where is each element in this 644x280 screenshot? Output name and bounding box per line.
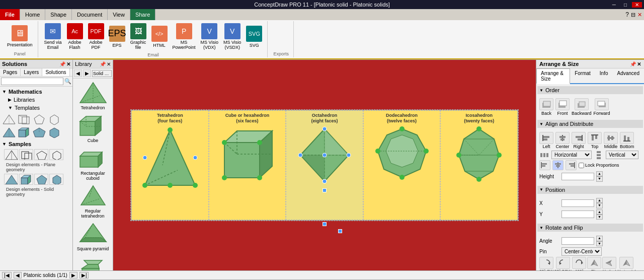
thumb-sample4[interactable]	[49, 149, 63, 160]
octahedron-bottom-handle[interactable]	[323, 188, 327, 192]
y-input[interactable]: 81.7 mm	[561, 211, 594, 218]
thumb-sample1[interactable]	[4, 149, 18, 160]
tab-home[interactable]: Home	[20, 9, 45, 20]
align-left-icon-btn[interactable]	[539, 132, 553, 144]
align-middle-icon-btn[interactable]	[604, 132, 618, 144]
page-prev-btn[interactable]: ◀	[14, 272, 22, 278]
arrange-close-icon[interactable]: ✕	[637, 61, 641, 67]
thumb-plane-hex[interactable]	[47, 114, 61, 125]
align-btn-center[interactable]: Center	[555, 132, 570, 149]
thumb-sample2[interactable]	[19, 149, 33, 160]
ribbon-btn-flash[interactable]: Ac AdobeFlash	[65, 22, 85, 51]
lock-proportions-checkbox[interactable]	[579, 163, 584, 168]
flip-vertical-icon-btn[interactable]	[602, 257, 616, 269]
angle-up-arrow[interactable]: ▲	[596, 236, 603, 241]
library-pin-icon[interactable]: 📌	[100, 61, 106, 67]
arrange-tab-advanced[interactable]: Advanced	[613, 68, 644, 83]
align-sub-center-btn[interactable]	[552, 160, 564, 170]
cell-icosahedron[interactable]: Icosahedron(twenty faces)	[440, 110, 518, 220]
y-spinner[interactable]: ▲ ▼	[596, 209, 603, 220]
tree-section-samples-header[interactable]: ▼ Samples	[2, 140, 70, 148]
selection-bottom-handle[interactable]	[323, 222, 327, 226]
lib-item-sq-frustum[interactable]: Square frustum	[75, 254, 111, 270]
section-rotate-header[interactable]: ▼ Rotate and Flip	[537, 224, 643, 232]
backward-icon-btn[interactable]	[575, 98, 589, 110]
tab-view[interactable]: View	[108, 9, 130, 20]
y-up-arrow[interactable]: ▲	[596, 209, 603, 215]
back-icon-btn[interactable]	[539, 98, 553, 110]
angle-spinner[interactable]: ▲ ▼	[596, 236, 603, 246]
lib-item-rect-cuboid[interactable]: Rectangular cuboid	[75, 146, 111, 181]
arrange-pin-icon[interactable]: 📌	[630, 61, 636, 67]
cell-cube[interactable]: Cube or hexahedron(six faces)	[209, 110, 286, 220]
thumb-sample8[interactable]	[49, 174, 63, 185]
thumb-solid-tri[interactable]	[2, 127, 16, 138]
align-sub-left-btn[interactable]	[539, 160, 550, 170]
page-last-btn[interactable]: ▶|	[79, 272, 89, 278]
tree-subsection-libraries-header[interactable]: ▶ Libraries	[6, 96, 70, 104]
arrange-tab-arrange[interactable]: Arrange & Size	[536, 68, 570, 84]
lib-item-sq-pyramid[interactable]: Square pyramid	[75, 222, 111, 251]
thumb-sample5[interactable]	[4, 174, 18, 185]
ribbon-btn-svg[interactable]: SVG SVG	[244, 25, 264, 49]
align-center-icon-btn[interactable]	[555, 132, 570, 144]
ribbon-btn-graphic[interactable]: 🖼 Graphicfile	[128, 22, 148, 51]
arrange-tab-info[interactable]: Info	[595, 68, 613, 83]
ribbon-btn-eps[interactable]: EPS EPS	[107, 25, 127, 49]
tab-shape[interactable]: Shape	[45, 9, 72, 20]
order-btn-backward[interactable]: Backward	[572, 98, 592, 116]
height-spinner[interactable]: ▲ ▼	[596, 171, 603, 182]
cell-tetrahedron[interactable]: Tetrahedron(four faces)	[131, 110, 209, 220]
cell-octahedron[interactable]: Octahedron(eight faces)	[286, 110, 363, 220]
thumb-solid-pent[interactable]	[32, 127, 46, 138]
ribbon-btn-powerpoint[interactable]: P MSPowerPoint	[171, 22, 198, 51]
help-icon[interactable]: ?	[625, 11, 629, 18]
y-down-arrow[interactable]: ▼	[596, 215, 603, 220]
lib-nav-forward[interactable]: ▶	[83, 69, 91, 77]
align-btn-top[interactable]: Top	[588, 132, 602, 149]
forward-icon-btn[interactable]	[595, 98, 609, 110]
ribbon-btn-sendvia[interactable]: ✉ Send viaEmail	[42, 22, 64, 51]
tree-subsection-templates-header[interactable]: ▼ Templates	[6, 104, 70, 112]
pin-select[interactable]: Center-Center	[561, 247, 602, 256]
flip-horizontal-btn[interactable]: Horizontal	[617, 257, 635, 270]
library-close-icon[interactable]: ✕	[107, 61, 111, 67]
maximize-btn[interactable]: □	[621, 2, 630, 8]
rotate-90ccw-btn[interactable]: 90° CCW	[554, 257, 571, 270]
thumb-solid-sq[interactable]	[17, 127, 31, 138]
x-up-arrow[interactable]: ▲	[596, 198, 603, 203]
solutions-tab-layers[interactable]: Layers	[21, 68, 42, 76]
minimize-btn[interactable]: ─	[609, 2, 619, 8]
x-spinner[interactable]: ▲ ▼	[596, 198, 603, 208]
rotate-90cw-btn[interactable]: 90° CW	[539, 257, 553, 270]
height-down-arrow[interactable]: ▼	[596, 176, 603, 181]
section-order-header[interactable]: ▼ Order	[537, 86, 643, 94]
thumb-plane-tri[interactable]	[2, 114, 16, 125]
lib-item-cube[interactable]: Cube	[75, 113, 111, 143]
close-ribbon-btn[interactable]: ✕	[637, 12, 642, 18]
lib-nav-back[interactable]: ◀	[74, 69, 82, 77]
x-input[interactable]: 32.1 mm	[561, 199, 594, 207]
solutions-search-icon[interactable]: 🔍	[64, 78, 71, 85]
thumb-sample3[interactable]	[34, 149, 48, 160]
flip-icon-btn[interactable]	[587, 257, 601, 269]
align-top-icon-btn[interactable]	[588, 132, 602, 144]
x-down-arrow[interactable]: ▼	[596, 203, 603, 208]
horizontal-select[interactable]: Horizontal	[551, 151, 592, 159]
arrange-tab-format[interactable]: Format	[570, 68, 595, 83]
tab-file[interactable]: File	[0, 9, 20, 20]
ribbon-btn-html[interactable]: </> HTML	[149, 25, 170, 49]
page-next-btn[interactable]: ▶	[69, 272, 77, 278]
thumb-sample6[interactable]	[19, 174, 33, 185]
height-up-arrow[interactable]: ▲	[596, 171, 603, 176]
rotate-180-btn[interactable]: 180°	[572, 257, 586, 270]
solutions-tab-pages[interactable]: Pages	[0, 68, 21, 76]
selection-bottom-handle2[interactable]	[338, 229, 342, 233]
canvas-area[interactable]: Tetrahedron(four faces)	[113, 60, 536, 270]
ribbon-btn-presentation[interactable]: 🖥 Presentation	[5, 24, 35, 48]
rotate-90ccw-icon-btn[interactable]	[556, 257, 570, 269]
rotate-90cw-icon-btn[interactable]	[539, 257, 553, 269]
tree-section-mathematics-header[interactable]: ▼ Mathematics	[2, 88, 70, 96]
align-btn-bottom[interactable]: Bottom	[620, 132, 634, 149]
angle-down-arrow[interactable]: ▼	[596, 241, 603, 246]
